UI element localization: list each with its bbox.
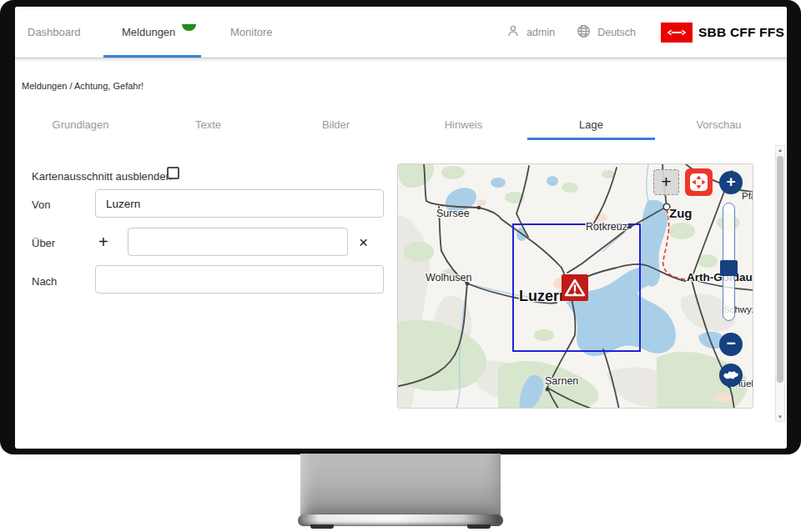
map-label-zug: Zug <box>669 206 693 220</box>
nav-item-meldungen[interactable]: Meldungen <box>122 7 175 58</box>
monitor-foot-right <box>467 524 491 529</box>
switzerland-icon <box>723 369 739 381</box>
language-selector[interactable]: Deutsch <box>597 27 636 38</box>
pan-tool-button[interactable] <box>685 168 713 196</box>
tab-texte[interactable]: Texte <box>144 113 272 140</box>
page-scrollbar[interactable]: ▲ ▼ <box>775 145 785 422</box>
map-label-wolhusen: Wolhusen <box>426 272 471 284</box>
hide-map-checkbox[interactable] <box>167 167 179 179</box>
ueber-label: Über <box>32 237 55 249</box>
monitor-stand <box>300 454 501 515</box>
monitor-bezel: Dashboard Meldungen Monitore admin Deuts… <box>0 0 801 454</box>
language-icon <box>577 24 591 42</box>
tab-vorschau[interactable]: Vorschau <box>655 113 783 140</box>
nach-label: Nach <box>32 275 57 288</box>
user-name[interactable]: admin <box>526 27 555 38</box>
map[interactable]: Sursee Wolhusen Rotkreuz Zug Luzern Arth… <box>397 163 753 409</box>
meldungen-badge <box>182 24 196 31</box>
warning-marker-icon[interactable] <box>562 274 588 301</box>
tabs-bar: Grundlagen Texte Bilder Hinweis Lage Vor… <box>17 113 783 140</box>
add-via-button[interactable]: + <box>98 233 108 250</box>
map-label-pfaeffikon: Pfäffikon <box>742 191 753 201</box>
tab-hinweis[interactable]: Hinweis <box>400 113 527 140</box>
screen: Dashboard Meldungen Monitore admin Deuts… <box>15 7 787 449</box>
draw-extent-button[interactable]: + <box>653 169 679 195</box>
clear-via-button[interactable]: × <box>359 234 368 250</box>
von-label: Von <box>32 198 50 211</box>
monitor-foot-left <box>310 524 334 529</box>
scrollbar-down-arrow[interactable]: ▼ <box>776 414 784 419</box>
sbb-logo-icon <box>661 23 693 43</box>
breadcrumb: Meldungen / Achtung, Gefahr! <box>22 81 144 91</box>
nav-item-dashboard[interactable]: Dashboard <box>28 7 81 58</box>
user-icon <box>506 24 520 41</box>
zoom-slider-handle[interactable] <box>720 260 738 276</box>
map-label-sarnen: Sarnen <box>545 375 578 387</box>
scrollbar-up-arrow[interactable]: ▲ <box>776 148 784 153</box>
pan-arrows-icon <box>690 173 708 191</box>
map-label-sursee: Sursee <box>436 208 470 219</box>
tab-bilder[interactable]: Bilder <box>272 113 400 140</box>
nav-item-monitore[interactable]: Monitore <box>230 7 273 58</box>
hide-map-label: Kartenausschnitt ausblenden <box>32 170 172 183</box>
brand-text: SBB CFF FFS <box>698 25 784 40</box>
zoom-in-button[interactable]: + <box>719 171 743 194</box>
zoom-out-button[interactable]: − <box>719 333 743 356</box>
active-nav-underline <box>103 55 201 58</box>
tab-lage[interactable]: Lage <box>527 113 655 140</box>
zoom-slider[interactable] <box>723 203 735 321</box>
top-navigation: Dashboard Meldungen Monitore admin Deuts… <box>15 7 787 58</box>
scrollbar-thumb[interactable] <box>777 156 783 383</box>
nav-right-group: admin Deutsch SBB CFF FFS <box>506 7 784 58</box>
ueber-input[interactable] <box>128 228 348 256</box>
von-input[interactable] <box>95 189 384 218</box>
nach-input[interactable] <box>95 265 384 294</box>
map-label-rotkreuz: Rotkreuz <box>586 221 627 233</box>
home-extent-button[interactable] <box>719 364 743 387</box>
tab-grundlagen[interactable]: Grundlagen <box>17 113 144 140</box>
